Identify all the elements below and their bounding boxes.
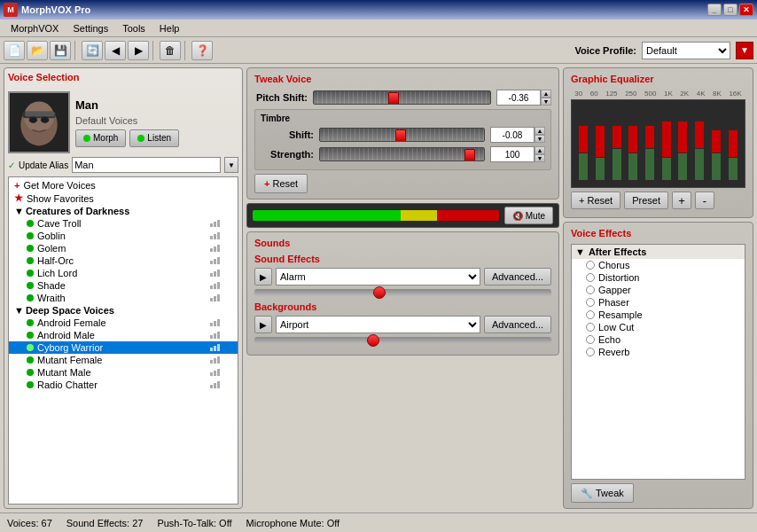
alias-input[interactable] [72,157,221,173]
voice-mutant-male[interactable]: Mutant Male [9,366,238,379]
eq-bar-col-1[interactable] [594,126,606,180]
tb-forward[interactable]: ▶ [128,41,149,60]
filter-button[interactable]: ▼ [736,42,753,59]
voice-list-area: + Get More Voices ★ Show Favorites ▼ Cre… [8,176,238,505]
sound-effects-vol-thumb[interactable] [373,286,386,299]
tb-save[interactable]: 💾 [50,41,71,60]
fx-chorus-radio[interactable] [586,261,595,270]
menu-tools[interactable]: Tools [115,21,152,35]
sound-effects-advanced[interactable]: Advanced... [484,268,551,286]
voice-effects-title: Voice Effects [571,228,745,240]
timbre-strength-thumb[interactable] [464,149,475,161]
backgrounds-vol-thumb[interactable] [367,334,379,347]
morph-button[interactable]: Morph [75,129,126,147]
fx-chorus[interactable]: Chorus [572,259,745,271]
timbre-shift-track[interactable] [319,128,485,142]
eq-add-button[interactable]: + [672,192,691,209]
category-creatures[interactable]: ▼ Creatures of Darkness [9,205,238,217]
backgrounds-volume-slider[interactable] [254,337,551,344]
voice-mutant-female[interactable]: Mutant Female [9,354,238,366]
eq-bar-col-3[interactable] [627,126,639,180]
fx-reverb-radio[interactable] [586,348,595,356]
fx-gapper[interactable]: Gapper [572,284,745,296]
voice-effects-tweak-button[interactable]: 🔧 Tweak [571,483,634,503]
voice-shade[interactable]: Shade [9,279,238,292]
eq-reset-button[interactable]: + Reset [571,192,620,209]
timbre-strength-track[interactable] [319,147,485,161]
shift-spin-up[interactable]: ▲ [535,127,545,135]
tb-back[interactable]: ◀ [105,41,126,60]
get-more-voices[interactable]: + Get More Voices [9,179,238,192]
sound-effects-volume-slider[interactable] [254,289,551,296]
fx-category-after-effects[interactable]: ▼ After Effects [572,245,745,259]
voice-profile-select[interactable]: Default [642,42,730,59]
voice-halforc[interactable]: Half-Orc [9,254,238,267]
eq-bar-col-2[interactable] [611,126,623,180]
voice-list: + Get More Voices ★ Show Favorites ▼ Cre… [9,177,238,504]
eq-bar-col-6[interactable] [676,121,689,180]
tb-open[interactable]: 📂 [27,41,48,60]
sound-effects-select[interactable]: Alarm [276,268,480,286]
tb-refresh[interactable]: 🔄 [82,41,103,60]
tweak-reset-button[interactable]: + Reset [254,174,308,193]
backgrounds-play[interactable]: ▶ [254,316,272,333]
fx-gapper-radio[interactable] [586,286,595,294]
eq-preset-button[interactable]: Preset [624,192,668,209]
show-favorites[interactable]: ★ Show Favorites [9,192,238,205]
mute-button[interactable]: 🔇 Mute [504,207,553,224]
menu-morphvox[interactable]: MorphVOX [4,21,66,35]
eq-bar-col-5[interactable] [660,121,673,180]
fx-distortion-radio[interactable] [586,273,595,282]
timbre-shift-thumb[interactable] [395,129,406,142]
backgrounds-advanced[interactable]: Advanced... [484,316,551,333]
strength-spin-down[interactable]: ▼ [535,154,545,162]
fx-phaser-radio[interactable] [586,298,595,307]
voice-wraith[interactable]: Wraith [9,292,238,304]
fx-resample-radio[interactable] [586,310,595,319]
tb-new[interactable]: 📄 [4,41,25,60]
voice-cyborg-warrior[interactable]: Cyborg Warrior [9,341,238,354]
eq-bar-col-7[interactable] [693,121,706,180]
fx-resample[interactable]: Resample [572,309,745,321]
eq-bar-col-8[interactable] [710,130,722,180]
menu-settings[interactable]: Settings [66,21,115,35]
tb-delete[interactable]: 🗑 [160,41,181,60]
eq-bar-col-9[interactable] [727,130,739,180]
category-deepspace[interactable]: ▼ Deep Space Voices [9,304,238,317]
voice-cave-troll[interactable]: Cave Troll [9,217,238,230]
voice-goblin[interactable]: Goblin [9,230,238,242]
tb-help[interactable]: ❓ [191,41,213,60]
sound-effects-play[interactable]: ▶ [254,268,272,286]
fx-echo[interactable]: Echo [572,333,745,346]
fx-lowcut[interactable]: Low Cut [572,321,745,333]
fx-lowcut-radio[interactable] [586,323,595,332]
voice-golem[interactable]: Golem [9,242,238,254]
backgrounds-select[interactable]: Airport [276,316,480,333]
fx-distortion[interactable]: Distortion [572,271,745,284]
maximize-button[interactable]: □ [723,4,737,16]
voice-radio-chatter[interactable]: Radio Chatter [9,379,238,391]
alias-dropdown[interactable]: ▼ [224,157,238,173]
eq-graph[interactable] [571,99,745,188]
voice-lichlord[interactable]: Lich Lord [9,267,238,279]
menu-help[interactable]: Help [152,21,187,35]
eq-remove-button[interactable]: - [695,192,714,209]
minimize-button[interactable]: _ [707,4,722,16]
close-button[interactable]: ✕ [739,4,753,16]
eq-bar-col-0[interactable] [577,126,589,180]
voice-android-female[interactable]: Android Female [9,317,238,329]
pitch-shift-thumb[interactable] [388,92,399,105]
fx-phaser[interactable]: Phaser [572,296,745,309]
fx-reverb[interactable]: Reverb [572,346,745,358]
pitch-shift-track[interactable] [313,90,491,105]
shift-spin-down[interactable]: ▼ [535,135,545,143]
eq-bar-col-4[interactable] [644,126,656,180]
pitch-spin-up[interactable]: ▲ [541,90,551,98]
listen-button[interactable]: Listen [129,129,179,147]
timbre-shift-value: -0.08 [490,127,535,143]
strength-spin-up[interactable]: ▲ [535,146,545,154]
fx-echo-radio[interactable] [586,335,595,344]
voice-android-male[interactable]: Android Male [9,329,238,341]
voice-effects-panel: Voice Effects ▼ After Effects Chorus Dis… [563,222,753,509]
pitch-spin-down[interactable]: ▼ [541,98,551,106]
